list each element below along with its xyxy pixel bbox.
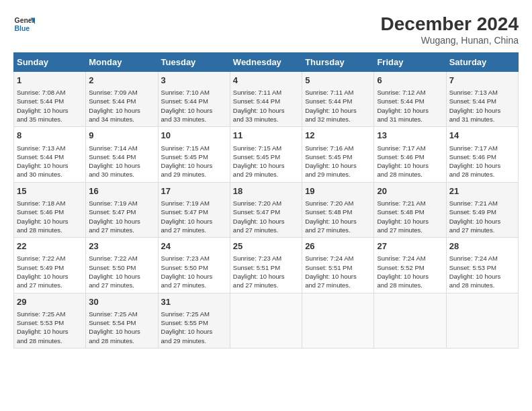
day-number: 30 <box>89 296 154 308</box>
day-info-line: Daylight: 10 hours <box>305 161 371 170</box>
day-info-line: Daylight: 10 hours <box>17 272 83 281</box>
day-number: 11 <box>233 130 299 142</box>
header-sunday: Sunday <box>14 53 86 72</box>
logo-icon: General Blue <box>13 13 35 35</box>
day-info-line: Sunrise: 7:11 AM <box>233 88 299 97</box>
day-info-line: and 27 minutes. <box>161 226 227 234</box>
day-info-line: Daylight: 10 hours <box>449 106 515 115</box>
day-info-line: and 30 minutes. <box>17 170 83 179</box>
day-info-line: Daylight: 10 hours <box>89 217 154 226</box>
logo: General Blue <box>13 13 35 35</box>
day-info-line: Daylight: 10 hours <box>377 161 443 170</box>
day-info-line: Sunset: 5:48 PM <box>377 208 443 216</box>
day-info-line: Daylight: 10 hours <box>161 161 227 170</box>
day-info-line: Sunrise: 7:22 AM <box>17 254 83 263</box>
day-info-line: and 27 minutes. <box>305 281 371 289</box>
day-info-line: Daylight: 10 hours <box>449 161 515 170</box>
day-info-line: Daylight: 10 hours <box>89 327 154 336</box>
day-info-line: Sunset: 5:46 PM <box>17 208 83 216</box>
day-number: 28 <box>449 240 515 253</box>
day-info-line: Sunrise: 7:19 AM <box>161 199 227 208</box>
day-cell: 16Sunrise: 7:19 AMSunset: 5:47 PMDayligh… <box>86 182 158 237</box>
day-cell <box>446 293 518 348</box>
day-cell: 9Sunrise: 7:14 AMSunset: 5:44 PMDaylight… <box>86 127 158 182</box>
day-info-line: Sunrise: 7:10 AM <box>161 88 227 97</box>
day-info-line: and 31 minutes. <box>449 115 515 124</box>
day-cell: 29Sunrise: 7:25 AMSunset: 5:53 PMDayligh… <box>14 293 86 348</box>
day-info-line: Sunset: 5:47 PM <box>233 208 299 216</box>
week-row-1: 1Sunrise: 7:08 AMSunset: 5:44 PMDaylight… <box>14 72 519 127</box>
day-info-line: and 27 minutes. <box>233 226 299 234</box>
day-number: 17 <box>161 185 227 197</box>
day-info-line: Sunrise: 7:21 AM <box>449 199 515 208</box>
day-number: 3 <box>161 75 227 87</box>
day-number: 4 <box>233 75 299 87</box>
day-info-line: and 28 minutes. <box>17 226 83 234</box>
day-info-line: Daylight: 10 hours <box>17 217 83 226</box>
day-info-line: and 27 minutes. <box>305 226 371 234</box>
day-number: 14 <box>449 130 515 142</box>
day-info-line: Sunset: 5:50 PM <box>89 263 154 272</box>
day-info-line: Sunrise: 7:15 AM <box>161 144 227 152</box>
day-cell: 21Sunrise: 7:21 AMSunset: 5:49 PMDayligh… <box>446 182 518 237</box>
day-info-line: Sunrise: 7:25 AM <box>89 310 154 318</box>
day-cell: 17Sunrise: 7:19 AMSunset: 5:47 PMDayligh… <box>158 182 230 237</box>
day-cell: 24Sunrise: 7:23 AMSunset: 5:50 PMDayligh… <box>158 238 230 293</box>
day-info-line: Sunset: 5:53 PM <box>17 318 83 327</box>
day-number: 15 <box>17 185 83 197</box>
day-info-line: Sunset: 5:53 PM <box>449 263 515 272</box>
day-info-line: and 27 minutes. <box>449 226 515 234</box>
day-info-line: Sunset: 5:44 PM <box>161 97 227 105</box>
day-info-line: Daylight: 10 hours <box>449 272 515 281</box>
day-info-line: and 28 minutes. <box>449 281 515 289</box>
header-friday: Friday <box>374 53 446 72</box>
day-cell: 12Sunrise: 7:16 AMSunset: 5:45 PMDayligh… <box>302 127 374 182</box>
day-cell: 7Sunrise: 7:13 AMSunset: 5:44 PMDaylight… <box>446 72 518 127</box>
header-saturday: Saturday <box>446 53 518 72</box>
day-info-line: Sunrise: 7:16 AM <box>305 144 371 152</box>
day-cell: 14Sunrise: 7:17 AMSunset: 5:46 PMDayligh… <box>446 127 518 182</box>
header-monday: Monday <box>86 53 158 72</box>
day-info-line: and 29 minutes. <box>233 170 299 179</box>
day-cell: 23Sunrise: 7:22 AMSunset: 5:50 PMDayligh… <box>86 238 158 293</box>
day-info-line: and 35 minutes. <box>17 115 83 124</box>
week-row-2: 8Sunrise: 7:13 AMSunset: 5:44 PMDaylight… <box>14 127 519 182</box>
day-info-line: Sunset: 5:45 PM <box>161 152 227 161</box>
day-info-line: and 33 minutes. <box>233 115 299 124</box>
day-cell: 20Sunrise: 7:21 AMSunset: 5:48 PMDayligh… <box>374 182 446 237</box>
day-info-line: Sunrise: 7:22 AM <box>89 254 154 263</box>
day-info-line: Sunrise: 7:23 AM <box>161 254 227 263</box>
day-cell: 10Sunrise: 7:15 AMSunset: 5:45 PMDayligh… <box>158 127 230 182</box>
day-info-line: Sunset: 5:46 PM <box>377 152 443 161</box>
day-info-line: Sunrise: 7:15 AM <box>233 144 299 152</box>
day-number: 22 <box>17 240 83 253</box>
day-cell: 27Sunrise: 7:24 AMSunset: 5:52 PMDayligh… <box>374 238 446 293</box>
day-info-line: Sunset: 5:44 PM <box>17 97 83 105</box>
header-tuesday: Tuesday <box>158 53 230 72</box>
day-cell: 11Sunrise: 7:15 AMSunset: 5:45 PMDayligh… <box>230 127 302 182</box>
day-info-line: Sunset: 5:52 PM <box>377 263 443 272</box>
day-cell: 6Sunrise: 7:12 AMSunset: 5:44 PMDaylight… <box>374 72 446 127</box>
day-cell: 22Sunrise: 7:22 AMSunset: 5:49 PMDayligh… <box>14 238 86 293</box>
title-area: December 2024 Wugang, Hunan, China <box>381 13 519 46</box>
main-title: December 2024 <box>381 13 519 35</box>
day-info-line: Daylight: 10 hours <box>161 106 227 115</box>
header: General Blue December 2024 Wugang, Hunan… <box>13 13 519 46</box>
day-cell: 13Sunrise: 7:17 AMSunset: 5:46 PMDayligh… <box>374 127 446 182</box>
day-number: 5 <box>305 75 371 87</box>
day-info-line: Sunset: 5:44 PM <box>89 152 154 161</box>
day-info-line: Daylight: 10 hours <box>305 272 371 281</box>
day-info-line: and 27 minutes. <box>89 226 154 234</box>
day-cell: 19Sunrise: 7:20 AMSunset: 5:48 PMDayligh… <box>302 182 374 237</box>
day-info-line: Sunrise: 7:24 AM <box>377 254 443 263</box>
day-info-line: Daylight: 10 hours <box>377 272 443 281</box>
day-info-line: Sunset: 5:54 PM <box>89 318 154 327</box>
day-number: 13 <box>377 130 443 142</box>
day-number: 7 <box>449 75 515 87</box>
day-number: 6 <box>377 75 443 87</box>
day-info-line: Sunset: 5:47 PM <box>161 208 227 216</box>
day-info-line: and 27 minutes. <box>377 226 443 234</box>
day-info-line: Sunrise: 7:23 AM <box>233 254 299 263</box>
day-info-line: and 28 minutes. <box>89 336 154 345</box>
day-info-line: Sunset: 5:46 PM <box>449 152 515 161</box>
